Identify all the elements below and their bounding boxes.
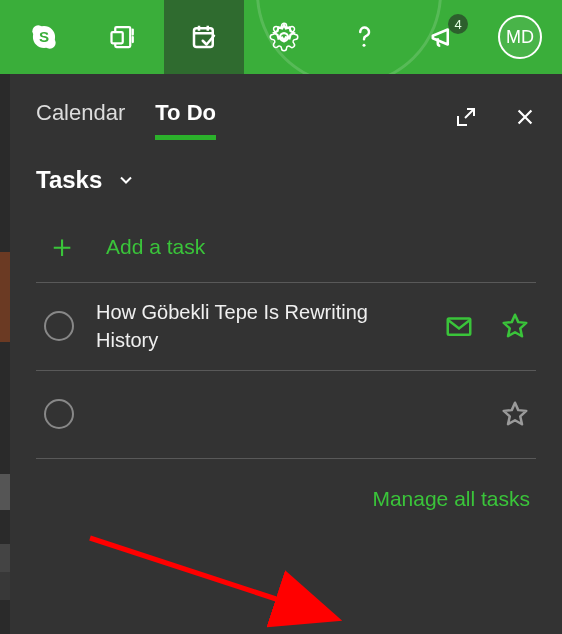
todo-panel: Calendar To Do Tasks ＋ A [10, 74, 562, 634]
skype-icon: S [30, 23, 58, 51]
svg-point-6 [280, 33, 288, 41]
avatar: MD [498, 15, 542, 59]
announcements-badge: 4 [448, 14, 468, 34]
top-ribbon: S [0, 0, 562, 74]
ribbon-onenote[interactable] [84, 0, 164, 74]
chevron-down-icon [116, 170, 136, 190]
gear-icon [269, 22, 299, 52]
left-sliver [0, 74, 10, 634]
tab-calendar[interactable]: Calendar [36, 100, 125, 134]
tasks-section-header[interactable]: Tasks [36, 166, 536, 194]
avatar-initials: MD [506, 27, 534, 48]
task-row[interactable] [36, 371, 536, 459]
ribbon-skype[interactable]: S [4, 0, 84, 74]
star-icon[interactable] [500, 311, 530, 341]
complete-toggle[interactable] [44, 399, 74, 429]
todo-icon [189, 22, 219, 52]
help-icon [349, 22, 379, 52]
svg-rect-4 [112, 32, 123, 43]
add-task-label: Add a task [106, 235, 205, 259]
complete-toggle[interactable] [44, 311, 74, 341]
annotation-arrow [80, 530, 380, 634]
task-row[interactable]: How Göbekli Tepe Is Rewriting History [36, 283, 536, 371]
ribbon-announcements[interactable]: 4 [404, 0, 484, 74]
star-icon[interactable] [500, 399, 530, 429]
ribbon-avatar[interactable]: MD [484, 0, 556, 74]
ribbon-help[interactable] [324, 0, 404, 74]
close-icon[interactable] [514, 106, 536, 128]
tab-todo[interactable]: To Do [155, 100, 216, 134]
svg-line-9 [90, 538, 328, 616]
ribbon-settings[interactable] [244, 0, 324, 74]
manage-all-tasks-link[interactable]: Manage all tasks [372, 487, 530, 511]
ribbon-todo[interactable] [164, 0, 244, 74]
svg-rect-5 [194, 28, 213, 47]
svg-text:S: S [39, 28, 49, 45]
svg-point-7 [363, 44, 366, 47]
popout-icon[interactable] [454, 105, 478, 129]
mail-icon[interactable] [444, 311, 474, 341]
plus-icon: ＋ [46, 234, 78, 260]
task-title: How Göbekli Tepe Is Rewriting History [96, 298, 444, 354]
tasks-section-title: Tasks [36, 166, 102, 194]
panel-tabs: Calendar To Do [36, 74, 536, 160]
onenote-icon [109, 22, 139, 52]
add-task-row[interactable]: ＋ Add a task [36, 224, 536, 283]
